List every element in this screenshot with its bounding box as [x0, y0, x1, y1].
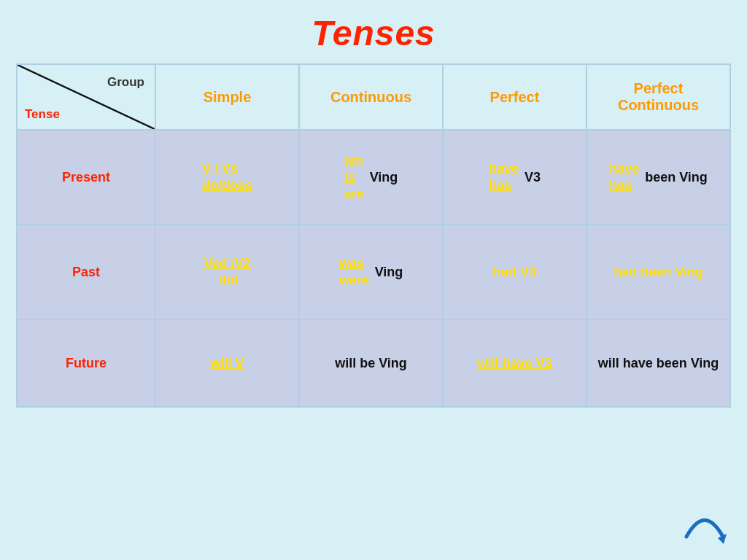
past-perfect: had V3 [443, 225, 587, 319]
present-simple-v: V / Vs [202, 161, 238, 176]
tense-past: Past [17, 225, 155, 319]
tense-present: Present [17, 130, 155, 225]
table-row: Present V / Vs do/does am is are Ving [17, 130, 730, 225]
past-perfect-continuous: had been Ving [587, 225, 730, 319]
arrow-decoration [683, 508, 727, 547]
diagonal-header-cell: Group Tense [17, 64, 155, 130]
past-continuous: was were Ving [299, 225, 443, 319]
group-label: Group [107, 75, 144, 90]
present-simple: V / Vs do/does [155, 130, 299, 225]
present-perfect: have has V3 [443, 130, 587, 225]
col-header-perfect-continuous: Perfect Continuous [587, 64, 730, 130]
present-continuous: am is are Ving [299, 130, 443, 225]
future-perfect-continuous: will have been Ving [587, 319, 730, 407]
present-simple-do: do/does [202, 178, 252, 193]
page-title: Tenses [311, 13, 436, 53]
col-header-continuous: Continuous [299, 64, 443, 130]
table-row: Past Ved /V2 __did was were Ving [17, 225, 730, 319]
future-simple: will V [155, 319, 299, 407]
tense-future: Future [17, 319, 155, 407]
col-header-perfect: Perfect [443, 64, 587, 130]
past-simple: Ved /V2 __did [155, 225, 299, 319]
col-header-simple: Simple [155, 64, 299, 130]
present-perfect-continuous: have has been Ving [587, 130, 730, 225]
tense-label: Tense [25, 107, 60, 122]
table-row: Future will V will be Ving will have V3 … [17, 319, 730, 407]
tenses-table: Group Tense Simple Continuous Perfect Pe… [16, 63, 731, 408]
future-perfect: will have V3 [443, 319, 587, 407]
future-continuous: will be Ving [299, 319, 443, 407]
